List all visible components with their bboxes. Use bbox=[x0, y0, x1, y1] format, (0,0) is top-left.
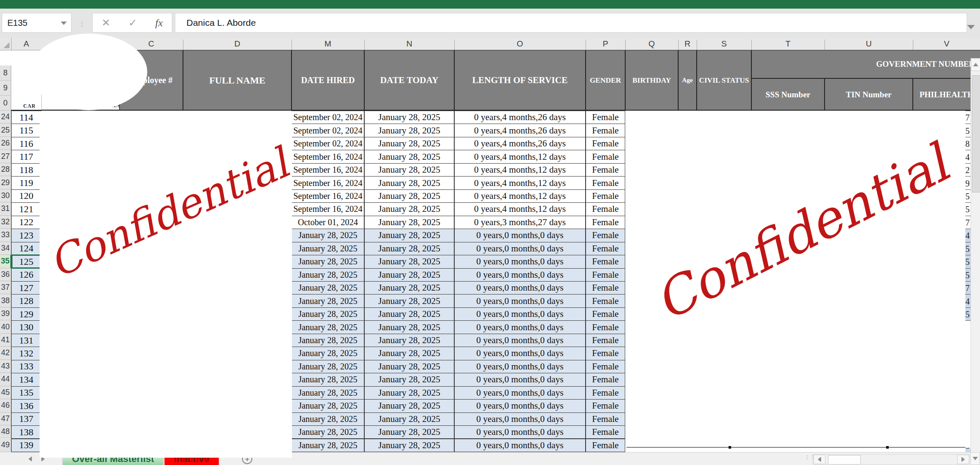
row-header[interactable]: 44 bbox=[0, 373, 11, 386]
cell-employee-seq[interactable]: 114 bbox=[11, 111, 41, 124]
cell-date-today[interactable]: January 28, 2025 bbox=[364, 202, 454, 216]
cell-date-hired[interactable]: October 01, 2024 bbox=[292, 216, 364, 229]
cell-date-today[interactable]: January 28, 2025 bbox=[364, 255, 454, 268]
horizontal-scroll-thumb[interactable] bbox=[828, 455, 861, 465]
cell-length-of-service[interactable]: 0 years,0 months,0 days bbox=[454, 425, 586, 439]
row-header[interactable]: 30 bbox=[0, 189, 11, 202]
cell-length-of-service[interactable]: 0 years,0 months,0 days bbox=[454, 294, 586, 307]
cell-employee-seq[interactable]: 116 bbox=[11, 137, 41, 150]
cell-employee-seq[interactable]: 136 bbox=[11, 399, 41, 412]
cell-gender[interactable]: Female bbox=[586, 176, 625, 189]
row-header[interactable]: 38 bbox=[0, 294, 11, 307]
cell-employee-seq[interactable]: 130 bbox=[11, 320, 41, 334]
cell-date-today[interactable]: January 28, 2025 bbox=[364, 124, 454, 137]
cell-gender[interactable]: Female bbox=[586, 373, 625, 386]
header-length-of-service[interactable]: LENGTH OF SERVICE bbox=[454, 50, 586, 111]
cell-date-hired[interactable]: January 28, 2025 bbox=[292, 268, 364, 282]
cell-length-of-service[interactable]: 0 years,4 months,12 days bbox=[454, 176, 586, 189]
cell-employee-seq[interactable]: 123 bbox=[11, 229, 41, 242]
cell-date-hired[interactable]: September 16, 2024 bbox=[292, 176, 364, 189]
cell-gender[interactable]: Female bbox=[586, 399, 625, 412]
header-civil-status[interactable]: CIVIL STATUS bbox=[697, 50, 751, 111]
cell-date-today[interactable]: January 28, 2025 bbox=[364, 229, 454, 242]
row-header[interactable]: 26 bbox=[0, 137, 11, 150]
cell-length-of-service[interactable]: 0 years,4 months,12 days bbox=[454, 150, 586, 163]
cell-gender[interactable]: Female bbox=[586, 229, 625, 242]
vertical-scrollbar[interactable] bbox=[971, 58, 980, 452]
cell-employee-seq[interactable]: 133 bbox=[11, 360, 41, 373]
row-header[interactable]: 49 bbox=[0, 439, 11, 452]
cell-length-of-service[interactable]: 0 years,0 months,0 days bbox=[454, 439, 586, 452]
cell-date-hired[interactable]: January 28, 2025 bbox=[292, 347, 364, 360]
cell-length-of-service[interactable]: 0 years,4 months,12 days bbox=[454, 202, 586, 216]
cell-employee-seq[interactable]: 120 bbox=[11, 189, 41, 203]
row-header[interactable]: 47 bbox=[0, 412, 11, 425]
header-sss-number[interactable]: SSS Number bbox=[751, 78, 825, 111]
cell-length-of-service[interactable]: 0 years,0 months,0 days bbox=[454, 268, 586, 282]
header-birthday[interactable]: BIRTHDAY bbox=[625, 50, 678, 111]
cell-employee-seq[interactable]: 129 bbox=[11, 307, 41, 321]
cell-length-of-service[interactable]: 0 years,0 months,0 days bbox=[454, 307, 586, 321]
row-header[interactable]: 46 bbox=[0, 399, 11, 412]
cell-date-today[interactable]: January 28, 2025 bbox=[364, 373, 454, 386]
row-header[interactable]: 41 bbox=[0, 334, 11, 347]
cell-date-hired[interactable]: September 02, 2024 bbox=[292, 111, 364, 124]
row-header[interactable]: 36 bbox=[0, 268, 11, 281]
cell-date-today[interactable]: January 28, 2025 bbox=[364, 439, 454, 452]
row-header[interactable]: 31 bbox=[0, 202, 11, 215]
cell-gender[interactable]: Female bbox=[586, 360, 625, 373]
cell-date-hired[interactable]: January 28, 2025 bbox=[292, 320, 364, 334]
row-header[interactable]: 45 bbox=[0, 386, 11, 399]
cell-date-today[interactable]: January 28, 2025 bbox=[364, 360, 454, 373]
cell-employee-seq[interactable]: 132 bbox=[11, 347, 41, 360]
cell-date-hired[interactable]: January 28, 2025 bbox=[292, 386, 364, 400]
cell-gender[interactable]: Female bbox=[586, 137, 625, 150]
row-header[interactable]: 33 bbox=[0, 229, 11, 242]
cell-gender[interactable]: Female bbox=[586, 111, 625, 124]
header-date-today[interactable]: DATE TODAY bbox=[364, 50, 454, 111]
shape-handle[interactable] bbox=[886, 446, 889, 449]
cell-date-today[interactable]: January 28, 2025 bbox=[364, 111, 454, 124]
row-header[interactable]: 32 bbox=[0, 216, 11, 229]
cell-date-today[interactable]: January 28, 2025 bbox=[364, 425, 454, 439]
header-age[interactable]: Age bbox=[678, 50, 697, 111]
cell-employee-seq[interactable]: 139 bbox=[11, 439, 41, 452]
row-header[interactable]: 34 bbox=[0, 242, 11, 255]
cell-gender[interactable]: Female bbox=[586, 412, 625, 426]
cell-gender[interactable]: Female bbox=[586, 320, 625, 334]
cell-date-hired[interactable]: January 28, 2025 bbox=[292, 242, 364, 255]
cell-date-hired[interactable]: January 28, 2025 bbox=[292, 294, 364, 307]
cell-employee-seq[interactable]: 135 bbox=[11, 386, 41, 400]
row-header[interactable]: 35 bbox=[0, 255, 11, 268]
cell-date-today[interactable]: January 28, 2025 bbox=[364, 334, 454, 347]
cell-gender[interactable]: Female bbox=[586, 189, 625, 203]
cell-gender[interactable]: Female bbox=[586, 347, 625, 360]
cell-length-of-service[interactable]: 0 years,0 months,0 days bbox=[454, 347, 586, 360]
cell-date-hired[interactable]: January 28, 2025 bbox=[292, 439, 364, 452]
header-date-hired[interactable]: DATE HIRED bbox=[292, 50, 364, 111]
scroll-right-button[interactable] bbox=[957, 455, 969, 464]
cell-date-hired[interactable]: January 28, 2025 bbox=[292, 255, 364, 268]
row-header[interactable]: 39 bbox=[0, 307, 11, 320]
cell-length-of-service[interactable]: 0 years,0 months,0 days bbox=[454, 360, 586, 373]
cell-employee-seq[interactable]: 134 bbox=[11, 373, 41, 386]
shape-handle[interactable] bbox=[729, 446, 731, 449]
cell-gender[interactable]: Female bbox=[586, 163, 625, 177]
cell-length-of-service[interactable]: 0 years,0 months,0 days bbox=[454, 386, 586, 400]
row-header[interactable]: 40 bbox=[0, 320, 11, 333]
cell-date-today[interactable]: January 28, 2025 bbox=[364, 242, 454, 255]
cell-gender[interactable]: Female bbox=[586, 439, 625, 452]
cell-date-hired[interactable]: September 16, 2024 bbox=[292, 163, 364, 177]
cell-employee-seq[interactable]: 117 bbox=[11, 150, 41, 163]
row-header[interactable]: 25 bbox=[0, 124, 11, 136]
horizontal-scrollbar[interactable] bbox=[813, 454, 970, 465]
cell-date-today[interactable]: January 28, 2025 bbox=[364, 268, 454, 282]
cell-date-today[interactable]: January 28, 2025 bbox=[364, 216, 454, 229]
cell-date-today[interactable]: January 28, 2025 bbox=[364, 412, 454, 426]
cell-date-hired[interactable]: January 28, 2025 bbox=[292, 307, 364, 321]
cell-date-hired[interactable]: September 16, 2024 bbox=[292, 189, 364, 203]
cell-gender[interactable]: Female bbox=[586, 334, 625, 347]
cell-date-hired[interactable]: September 16, 2024 bbox=[292, 150, 364, 163]
cell-length-of-service[interactable]: 0 years,0 months,0 days bbox=[454, 412, 586, 426]
cell-date-today[interactable]: January 28, 2025 bbox=[364, 320, 454, 334]
